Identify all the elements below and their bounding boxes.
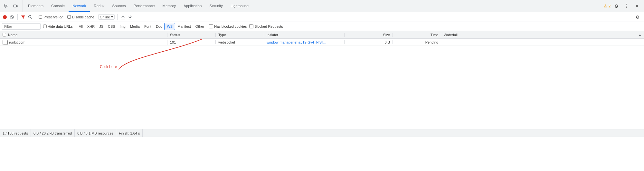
tab-application[interactable]: Application [180,0,205,12]
blocked-requests-label[interactable]: Blocked Requests [249,24,283,28]
col-header-initiator[interactable]: Initiator [264,33,345,37]
hide-data-urls-label[interactable]: Hide data URLs [43,25,73,28]
has-blocked-cookies-label[interactable]: Has blocked cookies [209,24,247,28]
toolbar-right: ⚙ [633,13,642,22]
row-time-cell: Pending [393,40,441,44]
tab-sources[interactable]: Sources [109,0,130,12]
status-bar: 1 / 108 requests 0 B / 20.2 kB transferr… [0,129,644,137]
row-size-cell: 0 B [345,40,393,44]
close-icon: ✕ [635,4,639,8]
filter-other[interactable]: Other [193,23,207,30]
annotation-text: Click here [100,65,117,69]
filter-icon [21,15,25,19]
tab-redux[interactable]: Redux [90,0,108,12]
table-row[interactable]: runkit.com 101 websocket window-manager-… [0,39,644,46]
clear-icon [10,15,14,19]
sort-icon: ▲ [639,33,641,36]
gear-icon: ⚙ [614,4,619,9]
svg-point-4 [29,15,31,18]
preserve-log-checkbox[interactable] [39,15,42,19]
filter-btn[interactable] [20,14,26,20]
tab-elements[interactable]: Elements [24,0,47,12]
filter-manifest[interactable]: Manifest [175,23,193,30]
disable-cache-checkbox[interactable] [67,15,71,19]
filter-doc[interactable]: Doc [154,23,165,30]
row-initiator-cell: window-manager-sha512-Gv4TFfSf... [264,40,345,44]
filter-ws[interactable]: WS [164,23,175,30]
svg-line-5 [31,18,32,19]
row-type-cell: websocket [216,40,264,44]
col-header-status[interactable]: Status [167,33,216,37]
col-header-name[interactable]: Name [0,33,167,37]
tab-bar-icons [1,0,23,12]
filter-js[interactable]: JS [97,23,106,30]
tab-bar: Elements Console Network Redux Sources P… [0,0,644,12]
download-icon [128,15,132,19]
import-har-btn[interactable] [120,14,126,20]
initiator-link[interactable]: window-manager-sha512-Gv4TFfSf... [267,40,326,44]
hide-data-urls-checkbox[interactable] [43,25,47,28]
tab-security[interactable]: Security [205,0,227,12]
warning-badge[interactable]: ⚠ 2 [604,4,611,8]
settings-btn[interactable]: ⚙ [612,2,621,11]
tab-bar-right: ⚠ 2 ⚙ ⋮ ✕ [604,0,643,12]
toolbar-separator-1 [17,14,18,20]
more-btn[interactable]: ⋮ [622,2,631,11]
device-toggle-btn[interactable] [11,2,20,11]
blocked-requests-checkbox[interactable] [249,24,253,28]
chevron-down-icon: ▾ [111,15,113,19]
has-blocked-cookies-checkbox[interactable] [209,24,213,28]
filter-font[interactable]: Font [142,23,154,30]
col-header-time[interactable]: Time [393,33,441,37]
status-resources: 0 B / 8.1 MB resources [75,129,116,137]
search-btn[interactable] [27,14,33,20]
filter-xhr[interactable]: XHR [85,23,97,30]
record-btn[interactable] [2,14,8,20]
online-select[interactable]: Online ▾ [98,14,115,20]
select-all-checkbox[interactable] [3,33,6,36]
row-name-cell: runkit.com [0,40,167,45]
search-icon [28,15,33,19]
record-icon [3,15,7,19]
svg-rect-1 [16,5,17,7]
status-finish: Finish: 1.64 s [116,129,143,137]
cursor-icon-btn[interactable] [1,2,10,11]
row-status-cell: 101 [167,40,216,44]
filter-input[interactable] [2,23,41,30]
preserve-log-label[interactable]: Preserve log [39,15,63,19]
table-header: Name Status Type Initiator Size Time Wat… [0,31,644,39]
more-icon: ⋮ [624,3,629,9]
tab-lighthouse[interactable]: Lighthouse [227,0,252,12]
filter-media[interactable]: Media [128,23,142,30]
toolbar-separator-2 [36,14,36,20]
col-header-waterfall[interactable]: Waterfall ▲ [441,33,644,37]
tab-network[interactable]: Network [69,0,90,12]
svg-rect-0 [14,5,16,7]
filter-css[interactable]: CSS [106,23,118,30]
svg-line-3 [11,16,13,18]
filter-tags: All XHR JS CSS Img Media Font Doc WS Man… [77,23,207,30]
clear-btn[interactable] [9,14,15,20]
status-transferred: 0 B / 20.2 kB transferred [31,129,75,137]
annotation: Click here [100,65,117,69]
col-header-size[interactable]: Size [345,33,393,37]
toolbar-separator-3 [117,14,118,20]
upload-icon [121,15,125,19]
tab-performance[interactable]: Performance [130,0,159,12]
tab-console[interactable]: Console [47,0,69,12]
status-requests: 1 / 108 requests [3,129,31,137]
gear-icon-right: ⚙ [636,15,640,20]
close-btn[interactable]: ✕ [632,2,641,11]
filter-all[interactable]: All [77,23,85,30]
export-har-btn[interactable] [127,14,133,20]
col-header-type[interactable]: Type [216,33,264,37]
table-body: runkit.com 101 websocket window-manager-… [0,39,644,129]
row-checkbox[interactable] [3,40,8,45]
disable-cache-label[interactable]: Disable cache [67,15,94,19]
network-settings-btn[interactable]: ⚙ [633,13,642,22]
warning-icon: ⚠ [604,4,608,8]
filter-img[interactable]: Img [118,23,128,30]
filter-row: Hide data URLs All XHR JS CSS Img Media … [0,22,644,31]
network-toolbar: Preserve log Disable cache Online ▾ ⚙ [0,12,644,22]
tab-memory[interactable]: Memory [159,0,180,12]
